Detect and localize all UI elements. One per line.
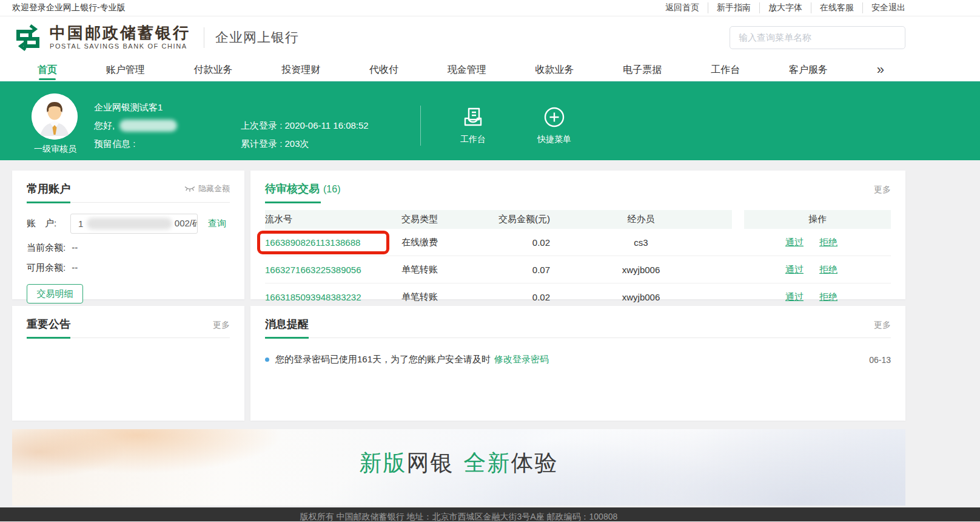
menu-search-input[interactable] (730, 26, 905, 49)
main-nav: 首页 账户管理 付款业务 投资理财 代收付 现金管理 收款业务 电子票据 工作台… (0, 58, 980, 84)
bank-logo: 中国邮政储蓄银行 POSTAL SAVINGS BANK OF CHINA (12, 22, 190, 53)
messages-more-link[interactable]: 更多 (874, 320, 891, 331)
pending-table-header: 流水号 交易类型 交易金额(元) 经办员 操作 (265, 210, 891, 229)
message-item: 您的登录密码已使用161天，为了您的账户安全请及时 修改登录密码 06-13 (250, 354, 905, 365)
last-login-text: 上次登录 : 2020-06-11 16:08:52 (241, 117, 420, 135)
welcome-text: 欢迎登录企业网上银行-专业版 (12, 2, 126, 13)
transaction-operator: xwyjb006 (550, 292, 732, 302)
user-info: 企业网银测试客1 您好, 预留信息 : (94, 93, 241, 160)
top-links: 返回首页 新手指南 放大字体 在线客服 安全退出 (657, 2, 905, 13)
transaction-detail-button[interactable]: 交易明细 (27, 284, 83, 303)
top-link-online-service[interactable]: 在线客服 (811, 2, 862, 13)
notices-more-link[interactable]: 更多 (213, 320, 230, 331)
avatar-column: 一级审核员 (32, 93, 79, 160)
available-balance-value: -- (72, 262, 78, 274)
nav-item-home[interactable]: 首页 (38, 58, 57, 81)
serial-link[interactable]: 1663890826113138688 (265, 237, 360, 248)
top-utility-bar: 欢迎登录企业网上银行-专业版 返回首页 新手指南 放大字体 在线客服 安全退出 (0, 0, 980, 16)
col-header-amount: 交易金额(元) (492, 214, 550, 225)
important-notices-panel: 重要公告 更多 (12, 306, 244, 421)
nav-more-chevron-icon[interactable]: » (877, 61, 884, 79)
workbench-label: 工作台 (444, 134, 502, 145)
promo-part-2: 网银 (407, 450, 454, 475)
top-link-guide[interactable]: 新手指南 (708, 2, 759, 13)
pending-table-row: 1663271663225389056 单笔转账 0.07 xwyjb006 通… (265, 256, 891, 283)
login-info: 上次登录 : 2020-06-11 16:08:52 累计登录 : 203次 (241, 93, 420, 160)
avatar (32, 93, 78, 140)
message-text: 您的登录密码已使用161天，为了您的账户安全请及时 (275, 354, 491, 365)
reserved-info-label: 预留信息 : (94, 135, 241, 153)
plus-circle-icon (543, 106, 566, 129)
hide-amount-toggle[interactable]: 隐藏金额 (184, 183, 230, 194)
account-query-link[interactable]: 查询 (208, 218, 226, 229)
bank-logo-icon (12, 22, 44, 53)
pending-transactions-panel: 待审核交易 (16) 更多 流水号 交易类型 交易金额(元) 经办员 操作 (250, 171, 905, 299)
pending-count-badge: (16) (323, 184, 340, 195)
serial-link[interactable]: 1663271663225389056 (265, 265, 361, 275)
company-name: 企业网银测试客1 (94, 98, 241, 117)
user-hero-banner: 一级审核员 企业网银测试客1 您好, 预留信息 : 上次登录 : 2020-06… (0, 84, 980, 160)
bank-name-en: POSTAL SAVINGS BANK OF CHINA (50, 42, 190, 50)
reject-link[interactable]: 拒绝 (819, 264, 837, 276)
transaction-operator: xwyjb006 (550, 265, 732, 275)
approve-link[interactable]: 通过 (785, 291, 804, 303)
hide-amount-label: 隐藏金额 (198, 183, 230, 194)
bank-name-cn: 中国邮政储蓄银行 (50, 25, 190, 42)
available-balance-label: 可用余额: (27, 262, 65, 274)
account-select[interactable]: 1 002/砖 (70, 214, 198, 234)
pending-table-row: 1663185093948383232 单笔转账 0.02 xwyjb006 通… (265, 283, 891, 311)
quick-menu-shortcut[interactable]: 快捷菜单 (525, 93, 583, 160)
account-value-suffix: 002/砖 (175, 218, 198, 229)
bank-logo-text: 中国邮政储蓄银行 POSTAL SAVINGS BANK OF CHINA (50, 25, 190, 50)
promo-banner: 新版网银全新体验 (12, 429, 905, 506)
nav-item-investment[interactable]: 投资理财 (281, 58, 320, 81)
change-password-link[interactable]: 修改登录密码 (494, 354, 549, 365)
header: 中国邮政储蓄银行 POSTAL SAVINGS BANK OF CHINA 企业… (0, 16, 980, 58)
product-name: 企业网上银行 (215, 29, 299, 47)
bullet-icon (265, 358, 269, 362)
top-link-font-size[interactable]: 放大字体 (759, 2, 811, 13)
quick-menu-label: 快捷菜单 (525, 134, 583, 145)
redacted-account-number (87, 218, 172, 229)
transaction-operator: cs3 (550, 237, 732, 248)
eye-closed-icon (184, 185, 195, 192)
message-date: 06-13 (869, 355, 891, 365)
top-link-home[interactable]: 返回首页 (657, 2, 708, 13)
promo-part-1: 新版 (360, 450, 407, 475)
content-area: 常用账户 隐藏金额 账 户: 1 002/砖 (0, 160, 905, 521)
greeting-text: 您好, (94, 120, 115, 132)
promo-part-3: 全新 (464, 450, 511, 475)
nav-item-customer-service[interactable]: 客户服务 (789, 58, 828, 81)
nav-item-workbench[interactable]: 工作台 (711, 58, 740, 81)
top-link-logout[interactable]: 安全退出 (862, 2, 905, 13)
pending-panel-title: 待审核交易 (265, 181, 320, 196)
footer-bar: 版权所有 中国邮政储蓄银行 地址：北京市西城区金融大街3号A座 邮政编码：100… (0, 507, 980, 521)
promo-text: 新版网银全新体验 (360, 448, 559, 478)
nav-item-e-bills[interactable]: 电子票据 (623, 58, 662, 81)
approve-link[interactable]: 通过 (785, 237, 804, 248)
messages-panel-title: 消息提醒 (265, 317, 309, 331)
current-balance-label: 当前余额: (27, 242, 65, 254)
workbench-shortcut[interactable]: 工作台 (444, 93, 502, 160)
pending-more-link[interactable]: 更多 (874, 185, 891, 195)
col-header-type: 交易类型 (401, 214, 492, 225)
approve-link[interactable]: 通过 (785, 264, 804, 276)
reject-link[interactable]: 拒绝 (819, 237, 837, 248)
transaction-type: 单笔转账 (401, 291, 492, 303)
serial-link[interactable]: 1663185093948383232 (265, 292, 361, 302)
reject-link[interactable]: 拒绝 (819, 291, 837, 303)
col-header-operator: 经办员 (550, 214, 732, 225)
frequent-accounts-panel: 常用账户 隐藏金额 账 户: 1 002/砖 (12, 171, 244, 299)
nav-item-payments[interactable]: 付款业务 (194, 58, 233, 81)
nav-item-collection-pay[interactable]: 代收付 (369, 58, 398, 81)
transaction-type: 在线缴费 (401, 237, 492, 248)
nav-item-receivables[interactable]: 收款业务 (535, 58, 574, 81)
user-role-label: 一级审核员 (32, 144, 79, 155)
nav-item-cash-mgmt[interactable]: 现金管理 (448, 58, 486, 81)
pending-table-row: 1663890826113138688 在线缴费 0.02 cs3 通过 拒绝 (265, 229, 891, 256)
login-count-text: 累计登录 : 203次 (241, 135, 420, 153)
nav-item-accounts[interactable]: 账户管理 (106, 58, 145, 81)
transaction-amount: 0.02 (492, 237, 550, 248)
promo-part-4: 体验 (511, 450, 559, 475)
redacted-username (119, 120, 177, 132)
